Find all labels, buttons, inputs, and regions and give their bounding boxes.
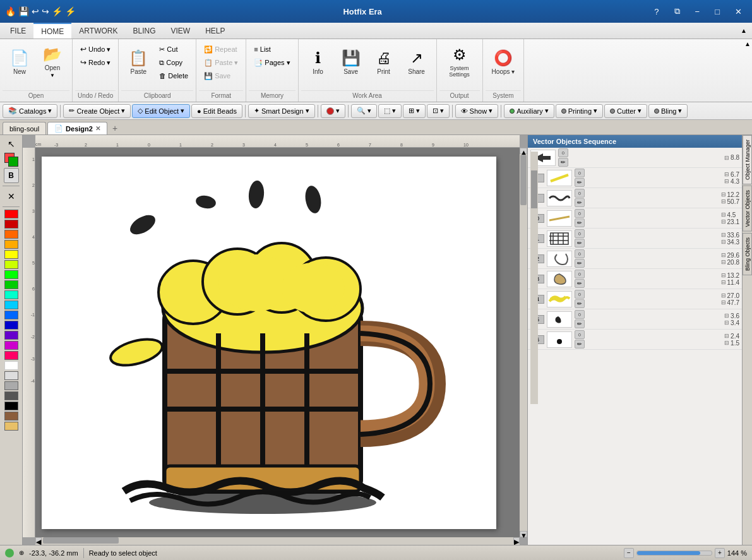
ribbon-list-button[interactable]: ≡ List [250,43,294,56]
scroll-v-thumb[interactable] [520,155,527,205]
printing-button[interactable]: Printing ▾ [556,104,603,118]
obj-ctrl-top-15[interactable]: ○ [575,310,585,319]
design-canvas[interactable] [42,157,496,529]
quick-save-icon[interactable]: 💾 [18,6,29,16]
obj-ctrl-top-12[interactable]: ○ [575,249,585,258]
canvas-wrapper[interactable] [35,148,520,537]
zoom-minus-button[interactable]: − [624,548,634,558]
tab-design2-close[interactable]: ✕ [95,125,100,132]
obj-row-16[interactable]: 16 ○ ✏ ⊟ 2.4 ⊟ 1.5 [528,330,742,350]
swatch-sky[interactable] [4,301,18,309]
obj-row-3[interactable]: 3 ○ ✏ ⊟ 12.2 ⊟ 50.7 [528,188,742,208]
obj-ctrl-pencil-16[interactable]: ✏ [575,340,585,349]
maximize-button[interactable]: □ [710,6,725,18]
zoom-plus-button[interactable]: + [715,548,725,558]
ribbon-pages-button[interactable]: 📑 Pages ▾ [250,56,294,69]
color-foreground-bg[interactable] [4,153,18,167]
create-object-button[interactable]: ✏ Create Object ▾ [63,104,131,118]
tab-bling-soul[interactable]: bling-soul [3,122,46,134]
swatch-black[interactable] [4,402,18,410]
ribbon-collapse-right[interactable]: ▲ [743,39,752,102]
obj-ctrl-top-10[interactable]: ○ [575,209,585,218]
obj-ctrl-top-8[interactable]: ○ [575,169,585,177]
minimize-button[interactable]: − [690,6,705,18]
help-button[interactable]: ? [649,6,664,18]
catalogs-button[interactable]: 📚 Catalogs ▾ [3,104,57,118]
ribbon-copy-button[interactable]: ⧉ Copy [155,56,192,69]
restore-button[interactable]: ⧉ [669,5,685,18]
ribbon-open-button[interactable]: 📂 Open ▼ [37,42,68,82]
obj-ctrl-top-11[interactable]: ○ [575,229,585,238]
side-tab-bling-objects[interactable]: Bling Objects [743,233,752,275]
scrollbar-horizontal[interactable]: ◀ ▶ [35,537,520,545]
obj-row-15[interactable]: 15 ○ ✏ ⊟ 3.6 ⊟ 3.4 [528,309,742,330]
menu-bling[interactable]: BLING [125,23,163,39]
ribbon-delete-button[interactable]: 🗑 Delete [155,69,192,82]
swatch-dark-gray[interactable] [4,391,18,400]
ribbon-repeat-button[interactable]: 🔁 Repeat [200,43,242,56]
ribbon-share-button[interactable]: ↗ Share [401,42,433,82]
ribbon-paste-format-button[interactable]: 📋 Paste ▾ [200,56,242,69]
color-swatch-button[interactable]: ▾ [321,104,345,118]
swatch-dark-blue[interactable] [4,321,18,330]
swatch-pink[interactable] [4,351,18,360]
ribbon-redo-button[interactable]: ↪ Redo ▾ [76,56,114,69]
swatch-teal[interactable] [4,290,18,299]
ribbon-save-button[interactable]: 💾 Save [335,42,367,82]
ribbon-system-settings-button[interactable]: ⚙ SystemSettings [441,42,479,82]
swatch-blue[interactable] [4,311,18,319]
right-panel-scroll-thumb[interactable] [531,170,537,208]
obj-ctrl-top-3[interactable]: ○ [575,189,585,198]
swatch-orange[interactable] [4,230,18,239]
right-panel-scrollbar[interactable] [530,152,538,404]
redo-quick-icon[interactable]: ↪ [42,6,49,16]
remove-tool[interactable]: ✕ [4,189,19,204]
ribbon-hoops-button[interactable]: ⭕ Hoops ▾ [487,42,520,82]
obj-row-11[interactable]: 11 ○ ✏ ⊟ [528,229,742,249]
scrollbar-vertical[interactable]: ▲ ▼ [520,148,527,537]
menu-file[interactable]: FILE [3,23,33,39]
swatch-white[interactable] [4,361,18,370]
swatch-yellow[interactable] [4,250,18,259]
menu-home[interactable]: HOME [33,23,71,39]
obj-ctrl-top-16[interactable]: ○ [575,330,585,339]
obj-row-10[interactable]: 10 ○ ✏ ⊟ 4.5 ⊟ 23.1 [528,208,742,229]
auxiliary-button[interactable]: Auxiliary ▾ [504,104,554,118]
show-button[interactable]: 👁 Show ▾ [455,104,499,118]
swatch-dark-red[interactable] [4,220,18,229]
ribbon-paste-button[interactable]: 📋 Paste [122,42,154,82]
obj-ctrl-pencil-8[interactable]: ✏ [575,178,585,187]
ribbon-save-format-button[interactable]: 💾 Save [200,69,242,82]
ribbon-info-button[interactable]: ℹ Info [302,42,334,82]
selection-tool[interactable]: ↖ [4,136,19,152]
swatch-dark-green[interactable] [4,280,18,289]
scroll-left-arrow[interactable]: ◀ [35,537,42,544]
obj-ctrl-pencil-13[interactable]: ✏ [575,279,585,288]
close-button[interactable]: ✕ [730,6,747,18]
menu-view[interactable]: VIEW [163,23,198,39]
obj-ctrl-pencil-12[interactable]: ✏ [575,259,585,268]
obj-ctrl-pencil-14[interactable]: ✏ [575,299,585,308]
side-tab-vector-objects[interactable]: Vector Objects [743,186,752,232]
ribbon-print-button[interactable]: 🖨 Print [368,42,400,82]
swatch-tan[interactable] [4,422,18,431]
scroll-right-arrow[interactable]: ▶ [513,537,520,544]
quick-icon-4[interactable]: ⚡ [65,6,76,16]
zoom-tool-button[interactable]: 🔍 ▾ [351,104,377,118]
side-tab-object-manager[interactable]: Object Manager [743,135,752,184]
obj-ctrl-top-13[interactable]: ○ [575,270,585,278]
swatch-red[interactable] [4,210,18,218]
cutter-button[interactable]: Cutter ▾ [604,104,647,118]
swatch-amber[interactable] [4,240,18,249]
obj-ctrl-pencil-10[interactable]: ✏ [575,218,585,227]
edit-object-button[interactable]: ◇ Edit Object ▾ [132,104,190,118]
grid-button[interactable]: ⊞ ▾ [403,104,426,118]
tab-design2[interactable]: 📄 Design2 ✕ [47,122,107,134]
obj-row-12[interactable]: 12 ○ ✏ ⊟ 29.6 ⊟ 20.8 [528,249,742,269]
b-tool[interactable]: B [4,168,19,183]
obj-ctrl-pencil-3[interactable]: ✏ [575,198,585,207]
obj-ctrl-pencil-15[interactable]: ✏ [575,319,585,328]
obj-row-8[interactable]: 8 ○ ✏ ⊟ 6.7 ⊟ 4.3 [528,168,742,188]
scroll-down-arrow[interactable]: ▼ [520,531,527,537]
obj-ctrl-pencil-11[interactable]: ✏ [575,239,585,247]
